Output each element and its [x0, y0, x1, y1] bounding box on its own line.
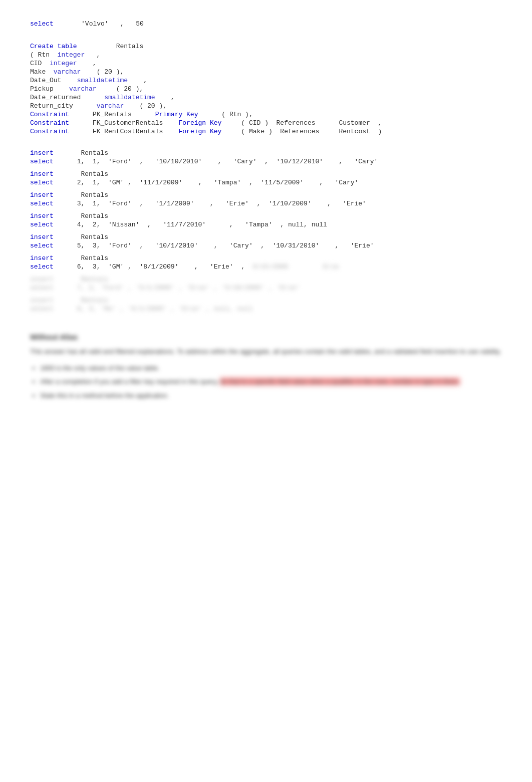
insert-2-line2: select 2, 1, 'GM' , '11/1/2009' , 'Tampa… — [30, 179, 502, 186]
answer-list-item-3: State this in a method before the applic… — [40, 390, 502, 401]
insert-6-line1: insert Rentals — [30, 254, 502, 262]
field-return-city: Return_city varchar ( 20 ), — [30, 102, 502, 110]
insert-8-line2: select 8, 3, 'Re' , '6/1/2009' , 'Erie' … — [30, 305, 502, 313]
answer-list-item-2: After a completion if you add a filter k… — [40, 376, 502, 387]
insert-8-line1: insert Rentals — [30, 297, 502, 304]
insert-3-line1: insert Rentals — [30, 191, 502, 199]
insert-6: insert Rentals select 6, 3, 'GM' , '8/1/… — [30, 254, 502, 271]
answer-body: This answer has all valid and filtered e… — [30, 346, 502, 357]
field-rtn: ( Rtn integer , — [30, 51, 502, 59]
insert-kw-1: insert — [30, 149, 54, 157]
field-make: Make varchar ( 20 ), — [30, 68, 502, 76]
field-date-out: Date_Out smalldatetime , — [30, 77, 502, 84]
insert-7-line1: insert Rentals — [30, 276, 502, 283]
number-value: 50 — [136, 20, 144, 28]
create-table-section: Create table Rentals ( Rtn integer , CID… — [30, 43, 502, 135]
insert-3-line2: select 3, 1, 'Ford' , '1/1/2009' , 'Erie… — [30, 200, 502, 207]
insert-5-line1: insert Rentals — [30, 233, 502, 241]
top-select-line: select 'Volvo' , 50 — [30, 20, 502, 28]
insert-2: insert Rentals select 2, 1, 'GM' , '11/1… — [30, 170, 502, 186]
insert-1-line2: select 1, 1, 'Ford' , '10/10/2010' , 'Ca… — [30, 158, 502, 165]
answer-list: 1800 is the only values of the value tab… — [40, 362, 502, 401]
table-name-rentals: Rentals — [77, 43, 144, 50]
insert-5-line2: select 5, 3, 'Ford' , '10/1/2010' , 'Car… — [30, 242, 502, 249]
select-keyword: select — [30, 20, 54, 28]
insert-4-line2: select 4, 2, 'Nissan' , '11/7/2010' , 'T… — [30, 221, 502, 228]
create-table-keyword: Create table — [30, 43, 77, 50]
insert-4-line1: insert Rentals — [30, 212, 502, 220]
insert-5: insert Rentals select 5, 3, 'Ford' , '10… — [30, 233, 502, 249]
field-date-returned: Date_returned smalldatetime , — [30, 94, 502, 101]
answer-section: Without Alias This answer has all valid … — [30, 333, 502, 401]
select-kw-1: select — [30, 158, 54, 165]
answer-title: Without Alias — [30, 333, 502, 341]
insert-3: insert Rentals select 3, 1, 'Ford' , '1/… — [30, 191, 502, 207]
constraint-fk-rentcost: Constraint FK_RentCostRentals Foreign Ke… — [30, 128, 502, 135]
volvo-value: 'Volvo' — [66, 20, 109, 28]
create-table-header: Create table Rentals — [30, 43, 502, 50]
insert-4: insert Rentals select 4, 2, 'Nissan' , '… — [30, 212, 502, 228]
constraint-pk: Constraint PK_Rentals Primary Key ( Rtn … — [30, 111, 502, 118]
insert-7-line2: select 7, 2, 'Ford' , '5/1/2009' , 'Erie… — [30, 284, 502, 292]
insert-8: insert Rentals select 8, 3, 'Re' , '6/1/… — [30, 297, 502, 313]
constraint-fk-customer: Constraint FK_CustomerRentals Foreign Ke… — [30, 119, 502, 127]
insert-1-line1: insert Rentals — [30, 149, 502, 157]
field-cid: CID integer , — [30, 60, 502, 67]
insert-7: insert Rentals select 7, 2, 'Ford' , '5/… — [30, 276, 502, 292]
top-select-section: select 'Volvo' , 50 — [30, 20, 502, 28]
insert-6-line2: select 6, 3, 'GM' , '8/1/2009' , 'Erie' … — [30, 263, 502, 271]
insert-section: insert Rentals select 1, 1, 'Ford' , '10… — [30, 149, 502, 313]
comma: , — [109, 20, 136, 28]
insert-2-line1: insert Rentals — [30, 170, 502, 178]
answer-list-item-1: 1800 is the only values of the value tab… — [40, 362, 502, 374]
field-pickup: Pickup varchar ( 20 ), — [30, 85, 502, 93]
insert-1: insert Rentals select 1, 1, 'Ford' , '10… — [30, 149, 502, 165]
